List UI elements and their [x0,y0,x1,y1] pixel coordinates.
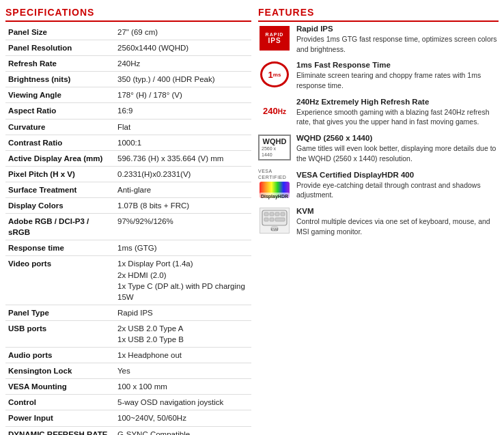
wqhd-badge: WQHD 2560 x 1440 [258,135,291,160]
features-list: RAPIDIPSRapid IPSProvides 1ms GTG fast r… [258,25,499,236]
feature-text-vesa: VESA Certified DisplayHDR 400Provide eye… [296,171,499,200]
spec-label: Curvature [5,119,115,135]
feature-desc-wqhd: Game titles will even look better, displ… [296,143,499,163]
table-row: Panel Resolution2560x1440 (WQHD) [5,40,251,56]
feature-item-vesa: VESA CERTIFIED Displa [258,171,499,200]
spec-label: Video ports [5,256,115,305]
feature-item-kvm: KVM KVMControl multiple devices via one … [258,207,499,236]
svg-rect-10 [275,218,285,221]
features-title: FEATURES [258,7,499,22]
svg-rect-5 [270,212,274,216]
table-row: Response time1ms (GTG) [5,240,251,256]
spec-value: 2560x1440 (WQHD) [115,40,251,56]
svg-text:DisplayHDR: DisplayHDR [261,194,288,199]
vesa-badge: VESA CERTIFIED Displa [258,169,291,199]
spec-label: Response time [5,240,115,256]
spec-value: 1.07B (8 bits + FRC) [115,198,251,214]
spec-value: 240Hz [115,56,251,72]
feature-title-rapid-ips: Rapid IPS [296,25,499,33]
spec-value: 1000:1 [115,135,251,150]
table-row: Refresh Rate240Hz [5,56,251,72]
feature-item-wqhd: WQHD 2560 x 1440 WQHD (2560 x 1440)Game … [258,134,499,163]
kvm-icon: KVM [258,207,291,234]
feature-title-kvm: KVM [296,207,499,215]
spec-label: Kensington Lock [5,363,115,379]
feature-text-rapid-ips: Rapid IPSProvides 1ms GTG fast response … [296,25,499,54]
kvm-badge: KVM [260,208,290,234]
feature-text-kvm: KVMControl multiple devices via one set … [296,207,499,236]
240hz-badge: 240Hz [263,106,286,116]
spec-label: Refresh Rate [5,56,115,72]
table-row: Video ports1x Display Port (1.4a) 2x HDM… [5,256,251,305]
table-row: Power Input100~240V, 50/60Hz [5,410,251,426]
spec-value: 596.736 (H) x 335.664 (V) mm [115,150,251,166]
page-container: SPECIFICATIONS Panel Size27" (69 cm)Pane… [0,0,504,435]
spec-label: Panel Resolution [5,40,115,56]
1ms-badge: 1ms [260,61,289,87]
table-row: Control5-way OSD navigation joystick [5,395,251,410]
spec-value: Anti-glare [115,182,251,197]
table-row: DYNAMIC REFRESH RATE TECHNOLOGYG-SYNC Co… [5,426,251,435]
spec-label: Audio ports [5,348,115,363]
spec-label: Control [5,395,115,410]
spec-value: 100 x 100 mm [115,379,251,395]
table-row: Contrast Ratio1000:1 [5,135,251,150]
spec-label: Panel Type [5,305,115,320]
spec-label: Viewing Angle [5,87,115,103]
spec-value: Flat [115,119,251,135]
spec-value: 1x Display Port (1.4a) 2x HDMI (2.0) 1x … [115,256,251,305]
spec-label: VESA Mounting [5,379,115,395]
specs-title: SPECIFICATIONS [5,7,251,22]
spec-value: 1ms (GTG) [115,240,251,256]
svg-rect-8 [264,218,268,221]
spec-label: Display Colors [5,198,115,214]
spec-value: 100~240V, 50/60Hz [115,410,251,426]
table-row: USB ports2x USB 2.0 Type A 1x USB 2.0 Ty… [5,320,251,347]
table-row: Panel Size27" (69 cm) [5,25,251,40]
wqhd-icon: WQHD 2560 x 1440 [258,134,291,161]
spec-value: 178° (H) / 178° (V) [115,87,251,103]
spec-label: DYNAMIC REFRESH RATE TECHNOLOGY [5,426,115,435]
spec-value: Yes [115,363,251,379]
spec-value: 27" (69 cm) [115,25,251,40]
table-row: CurvatureFlat [5,119,251,135]
table-row: VESA Mounting100 x 100 mm [5,379,251,395]
table-row: Kensington LockYes [5,363,251,379]
spec-value: 97%/92%/126% [115,214,251,240]
spec-label: Aspect Ratio [5,103,115,119]
spec-value: 0.2331(H)x0.2331(V) [115,166,251,182]
spec-label: USB ports [5,320,115,347]
table-row: Adobe RGB / DCI-P3 / sRGB97%/92%/126% [5,214,251,240]
spec-value: 5-way OSD navigation joystick [115,395,251,410]
spec-value: 2x USB 2.0 Type A 1x USB 2.0 Type B [115,320,251,347]
feature-title-1ms: 1ms Fast Response Time [296,61,499,69]
spec-label: Panel Size [5,25,115,40]
feature-text-wqhd: WQHD (2560 x 1440)Game titles will even … [296,134,499,163]
feature-title-240hz: 240Hz Extremely High Refresh Rate [296,98,499,106]
table-row: Pixel Pitch (H x V)0.2331(H)x0.2331(V) [5,166,251,182]
svg-rect-9 [270,218,274,221]
feature-item-240hz: 240Hz240Hz Extremely High Refresh RateEx… [258,98,499,127]
table-row: Aspect Ratio16:9 [5,103,251,119]
vesa-icon: VESA CERTIFIED Displa [258,171,291,198]
feature-desc-kvm: Control multiple devices via one set of … [296,216,499,236]
spec-label: Brightness (nits) [5,72,115,87]
table-row: Surface TreatmentAnti-glare [5,182,251,197]
feature-text-240hz: 240Hz Extremely High Refresh RateExperie… [296,98,499,127]
feature-title-wqhd: WQHD (2560 x 1440) [296,134,499,142]
spec-label: Active Display Area (mm) [5,150,115,166]
specs-column: SPECIFICATIONS Panel Size27" (69 cm)Pane… [5,7,251,435]
240hz-icon: 240Hz [258,98,291,125]
svg-rect-7 [281,212,285,216]
spec-label: Adobe RGB / DCI-P3 / sRGB [5,214,115,240]
spec-value: 1x Headphone out [115,348,251,363]
spec-value: 16:9 [115,103,251,119]
feature-item-rapid-ips: RAPIDIPSRapid IPSProvides 1ms GTG fast r… [258,25,499,54]
rapid-ips-badge: RAPIDIPS [260,26,290,51]
table-row: Display Colors1.07B (8 bits + FRC) [5,198,251,214]
spec-label: Surface Treatment [5,182,115,197]
spec-value: Rapid IPS [115,305,251,320]
specs-table: Panel Size27" (69 cm)Panel Resolution256… [5,25,251,435]
rapid-ips-icon: RAPIDIPS [258,25,291,52]
svg-rect-6 [275,212,279,216]
